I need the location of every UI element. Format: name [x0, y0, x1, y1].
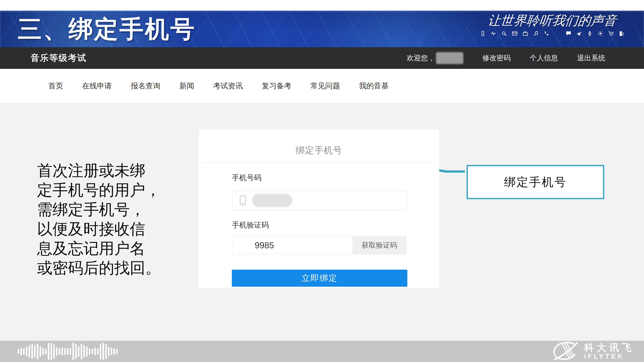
waveform-bar: [94, 348, 96, 355]
waveform-bar: [18, 349, 19, 354]
waveform-bar: [97, 348, 98, 355]
search-icon: [501, 30, 507, 36]
user-bar: 音乐等级考试 欢迎您， 修改密码 个人信息 退出系统: [0, 47, 644, 69]
bind-phone-card: 绑定手机号 手机号码 手机验证码 获取验证码 立即绑定: [199, 129, 439, 288]
slide: 三、绑定手机号 让世界聆听我们的声音 音乐等级考试 欢迎您， 修改密码 个人信息…: [0, 0, 644, 362]
nav-item-my-yinji[interactable]: 我的音基: [359, 81, 389, 91]
site-brand: 音乐等级考试: [30, 52, 86, 64]
waveform-bar: [89, 348, 90, 355]
waveform-bar: [34, 345, 36, 358]
get-code-button[interactable]: 获取验证码: [352, 237, 406, 254]
mail-icon: [512, 30, 518, 36]
waveform-bar: [67, 348, 68, 355]
waveform-bar: [59, 348, 60, 355]
sms-code-row: 获取验证码: [232, 236, 406, 254]
waveform-bar: [56, 347, 58, 356]
shopping-cart-icon: [608, 30, 614, 36]
mobile-phone-icon: [480, 30, 486, 36]
phone-handset-icon: [544, 30, 550, 36]
waveform-bar: [20, 348, 22, 355]
footer: 科大讯飞 iFLYTEK: [0, 341, 644, 362]
redacted-username: [436, 52, 463, 64]
tv-icon: [522, 30, 528, 36]
section-title: 三、绑定手机号: [18, 17, 196, 41]
waveform-bar: [62, 348, 63, 355]
waveform-bar: [102, 343, 104, 360]
smartphone-icon: [239, 195, 247, 206]
waveform-bar: [92, 349, 93, 354]
personal-info-link[interactable]: 个人信息: [530, 53, 558, 63]
waveform-bar: [75, 344, 77, 359]
chat-bubble-icon: [566, 30, 572, 36]
user-links: 欢迎您， 修改密码 个人信息 退出系统: [407, 52, 605, 64]
main-nav: 首页 在线申请 报名查询 新闻 考试资讯 复习备考 常见问题 我的音基: [0, 69, 644, 103]
logout-link[interactable]: 退出系统: [577, 53, 605, 63]
bind-phone-form: 手机号码 手机验证码 获取验证码 立即绑定: [199, 173, 439, 287]
card-title-divider: [202, 162, 436, 163]
banner: 三、绑定手机号 让世界聆听我们的声音: [0, 11, 644, 47]
waveform-bar: [42, 348, 44, 355]
waveform-bar: [26, 347, 27, 356]
pulse-icon: [490, 30, 496, 36]
bind-now-button[interactable]: 立即绑定: [232, 270, 407, 287]
waveform-bar: [114, 348, 115, 355]
waveform-bar: [86, 347, 88, 357]
nav-item-online-application[interactable]: 在线申请: [82, 81, 112, 91]
waveform-bar: [72, 343, 74, 360]
waveform-bar: [40, 346, 41, 357]
nav-item-news[interactable]: 新闻: [179, 81, 194, 91]
slogan-calligraphy: 让世界聆听我们的声音: [472, 13, 632, 28]
nav-item-registration-query[interactable]: 报名查询: [131, 81, 160, 91]
music-note-icon: [533, 30, 539, 36]
content-area: 首次注册或未绑 定手机号的用户， 需绑定手机号， 以便及时接收信 息及忘记用户名…: [0, 103, 644, 341]
change-password-link[interactable]: 修改密码: [482, 53, 511, 63]
waveform-bar: [50, 343, 52, 360]
microphone-icon: [587, 30, 593, 36]
waveform-bar: [64, 348, 66, 355]
nav-item-home[interactable]: 首页: [48, 81, 63, 91]
fuel-pump-icon: [619, 30, 624, 36]
iflytek-swoosh-icon: [549, 342, 581, 361]
airplane-icon: [576, 30, 582, 36]
waveform-bar: [70, 348, 71, 355]
iflytek-logo-text: 科大讯飞 iFLYTEK: [584, 343, 634, 360]
waveform-bar: [84, 345, 85, 358]
waveform-bar: [105, 344, 107, 359]
phone-number-input[interactable]: [232, 190, 407, 210]
waveform-bar: [100, 344, 101, 360]
waveform-bar: [53, 344, 55, 359]
waveform-bar: [29, 345, 30, 358]
iflytek-logo: 科大讯飞 iFLYTEK: [549, 342, 634, 361]
audio-waveform-icon: [18, 342, 118, 361]
phone-number-label: 手机号码: [232, 173, 406, 183]
iflytek-cn-name: 科大讯飞: [584, 343, 634, 353]
waveform-bar: [23, 348, 25, 355]
waveform-bar: [48, 343, 49, 360]
iflytek-slogan-block: 让世界聆听我们的声音: [473, 13, 631, 36]
card-title: 绑定手机号: [199, 144, 439, 157]
sms-code-label: 手机验证码: [232, 220, 406, 230]
slogan-icon-row: [473, 30, 631, 36]
waveform-bar: [108, 347, 110, 356]
callout-label: 绑定手机号: [504, 174, 567, 190]
sun-icon: [598, 30, 603, 36]
nav-item-exam-info[interactable]: 考试资讯: [213, 81, 243, 91]
welcome-text: 欢迎您，: [407, 52, 463, 64]
waveform-bar: [111, 348, 112, 355]
waveform-bar: [32, 344, 33, 359]
redacted-phone-number: [252, 194, 292, 207]
waveform-bar: [116, 349, 118, 354]
welcome-prefix: 欢迎您，: [407, 53, 435, 63]
waveform-bar: [37, 344, 38, 360]
callout-box: 绑定手机号: [466, 165, 604, 199]
description-text: 首次注册或未绑 定手机号的用户， 需绑定手机号， 以便及时接收信 息及忘记用户名…: [37, 161, 198, 278]
iflytek-en-name: iFLYTEK: [584, 353, 634, 360]
sms-code-input[interactable]: [232, 237, 352, 254]
nav-item-review-prep[interactable]: 复习备考: [262, 81, 292, 91]
waveform-bar: [81, 344, 82, 359]
waveform-bar: [45, 349, 46, 355]
waveform-bar: [78, 346, 79, 357]
nav-item-faq[interactable]: 常见问题: [310, 81, 340, 91]
